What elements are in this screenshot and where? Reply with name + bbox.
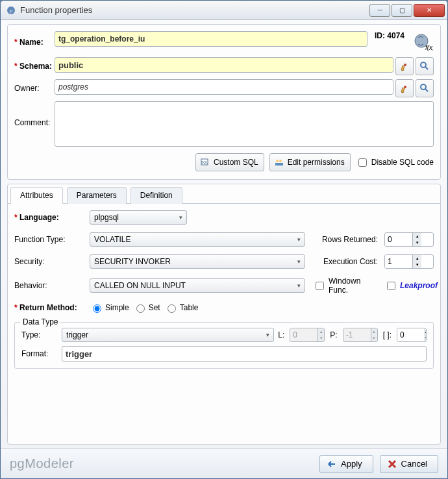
owner-pick-button[interactable] bbox=[395, 79, 414, 97]
svg-line-9 bbox=[425, 89, 428, 92]
return-set-radio[interactable] bbox=[136, 304, 145, 313]
rows-returned-spin[interactable]: ▴▾ bbox=[384, 232, 434, 247]
disable-sql-label: Disable SQL code bbox=[371, 158, 434, 167]
comment-input[interactable] bbox=[55, 101, 434, 147]
function-icon: f(x,y) bbox=[412, 31, 434, 53]
name-input[interactable] bbox=[55, 31, 367, 47]
cancel-button[interactable]: Cancel bbox=[380, 455, 438, 473]
schema-search-button[interactable] bbox=[416, 57, 434, 75]
svg-rect-14 bbox=[275, 163, 283, 166]
titlebar[interactable]: p Function properties ─ ▢ ✕ bbox=[1, 1, 447, 20]
type-combo[interactable]: trigger▾ bbox=[62, 328, 274, 342]
maximize-button[interactable]: ▢ bbox=[392, 4, 412, 17]
return-simple-radio[interactable] bbox=[93, 304, 101, 313]
svg-text:p: p bbox=[10, 8, 13, 14]
svg-point-12 bbox=[276, 160, 279, 162]
security-combo[interactable]: SECURITY INVOKER▾ bbox=[90, 254, 305, 269]
schema-input[interactable] bbox=[55, 57, 393, 73]
length-spin: ▴▾ bbox=[290, 328, 325, 342]
owner-input[interactable] bbox=[55, 79, 393, 95]
tab-attributes[interactable]: Attributes bbox=[10, 187, 63, 204]
dialog-content: Name: ID: 4074 f(x,y) S bbox=[1, 20, 447, 448]
return-table-radio[interactable] bbox=[168, 304, 176, 313]
datatype-fieldset: Data Type Type: trigger▾ L: ▴▾ P: ▴▾ [ ]… bbox=[14, 322, 434, 369]
precision-label: P: bbox=[330, 330, 337, 339]
execution-cost-spin[interactable]: ▴▾ bbox=[384, 254, 434, 269]
svg-point-4 bbox=[404, 64, 406, 66]
app-icon: p bbox=[6, 5, 16, 16]
tab-parameters[interactable]: Parameters bbox=[67, 187, 127, 204]
close-button[interactable]: ✕ bbox=[414, 4, 445, 17]
apply-button[interactable]: Apply bbox=[319, 455, 373, 473]
footer: pgModeler Apply Cancel bbox=[1, 448, 447, 478]
length-label: L: bbox=[278, 330, 284, 339]
svg-point-7 bbox=[404, 86, 406, 88]
edit-permissions-button[interactable]: Edit permissions bbox=[269, 153, 351, 171]
behavior-label: Behavior: bbox=[14, 281, 86, 290]
security-label: Security: bbox=[14, 257, 86, 266]
leakproof-checkbox[interactable] bbox=[387, 282, 395, 290]
execution-cost-label: Execution Cost: bbox=[309, 257, 380, 266]
tab-definition[interactable]: Definition bbox=[131, 187, 182, 204]
owner-label: Owner: bbox=[14, 84, 55, 93]
brand-label: pgModeler bbox=[10, 456, 74, 471]
disable-sql-checkbox[interactable] bbox=[358, 158, 367, 167]
schema-label: Schema: bbox=[14, 62, 55, 71]
schema-pick-button[interactable] bbox=[395, 57, 414, 75]
rows-returned-label: Rows Returned: bbox=[309, 235, 380, 244]
precision-spin: ▴▾ bbox=[343, 328, 378, 342]
return-method-label: Return Method: bbox=[14, 303, 86, 312]
owner-search-button[interactable] bbox=[416, 79, 434, 97]
header-section: Name: ID: 4074 f(x,y) S bbox=[7, 24, 441, 180]
language-combo[interactable]: plpgsql▾ bbox=[90, 210, 187, 225]
datatype-legend: Data Type bbox=[20, 317, 60, 326]
svg-text:f(x,y): f(x,y) bbox=[425, 44, 433, 51]
minimize-button[interactable]: ─ bbox=[369, 4, 390, 17]
format-label: Format: bbox=[21, 349, 58, 358]
dialog-window: p Function properties ─ ▢ ✕ Name: ID: 40… bbox=[0, 0, 448, 479]
custom-sql-button[interactable]: SQL Custom SQL bbox=[195, 153, 264, 171]
svg-point-13 bbox=[279, 160, 282, 162]
svg-text:SQL: SQL bbox=[201, 160, 208, 164]
array-label: [ ]: bbox=[383, 330, 392, 339]
comment-label: Comment: bbox=[14, 101, 55, 127]
svg-point-5 bbox=[421, 62, 426, 68]
svg-point-8 bbox=[421, 84, 426, 90]
window-func-checkbox[interactable] bbox=[316, 282, 324, 290]
behavior-combo[interactable]: CALLED ON NULL INPUT▾ bbox=[90, 278, 305, 293]
function-type-label: Function Type: bbox=[14, 235, 86, 244]
id-display: ID: 4074 bbox=[375, 31, 404, 53]
tab-panel: Attributes Parameters Definition Languag… bbox=[7, 184, 441, 445]
language-label: Language: bbox=[14, 213, 86, 222]
function-type-combo[interactable]: VOLATILE▾ bbox=[90, 232, 305, 247]
window-title: Function properties bbox=[20, 5, 369, 15]
leakproof-label: Leakproof bbox=[400, 281, 438, 290]
type-label: Type: bbox=[21, 330, 58, 339]
array-spin[interactable]: ▴▾ bbox=[397, 328, 427, 342]
svg-line-6 bbox=[425, 67, 428, 69]
format-display bbox=[62, 346, 427, 362]
window-func-label: Windown Func. bbox=[329, 276, 380, 295]
name-label: Name: bbox=[14, 38, 55, 47]
